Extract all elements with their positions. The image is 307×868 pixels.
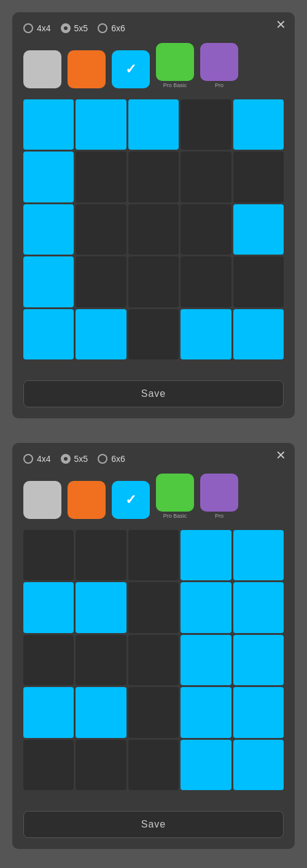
- grid2-cell-2-4[interactable]: [233, 635, 284, 685]
- grid1-cell-1-0[interactable]: [23, 152, 74, 202]
- grid2-cell-1-4[interactable]: [233, 582, 284, 632]
- pattern-grid-1[interactable]: [23, 99, 284, 359]
- grid1-cell-0-2[interactable]: [128, 99, 179, 150]
- size-selector-1: 4x4 5x5 6x6: [23, 23, 284, 33]
- pro-label-1: Pro: [215, 82, 223, 88]
- radio-4x4-1: [23, 23, 33, 33]
- grid1-cell-4-2[interactable]: [128, 309, 179, 359]
- swatch-purple-1: Pro: [200, 43, 238, 88]
- swatch-green-2: Pro Basic: [156, 474, 194, 519]
- grid1-cell-3-4[interactable]: [233, 256, 284, 307]
- save-button-2[interactable]: Save: [23, 811, 284, 838]
- close-button-1[interactable]: ✕: [276, 18, 286, 31]
- swatch-gray-1: [23, 50, 61, 88]
- size-label-4x4-1: 4x4: [37, 23, 51, 33]
- grid2-cell-3-2[interactable]: [128, 687, 179, 737]
- swatch-color-purple-1[interactable]: [200, 43, 238, 81]
- grid1-cell-0-1[interactable]: [76, 99, 126, 150]
- grid1-cell-0-0[interactable]: [23, 99, 74, 150]
- grid2-cell-3-4[interactable]: [233, 687, 284, 737]
- radio-5x5-1: [61, 23, 71, 33]
- swatch-color-cyan-1[interactable]: ✓: [112, 50, 150, 88]
- grid2-cell-3-0[interactable]: [23, 687, 74, 737]
- grid1-cell-3-1[interactable]: [76, 256, 126, 307]
- swatch-color-cyan-2[interactable]: ✓: [112, 481, 150, 519]
- pro-label-2: Pro: [215, 513, 223, 519]
- grid1-cell-4-3[interactable]: [181, 309, 231, 359]
- size-6x6-2[interactable]: 6x6: [98, 454, 125, 464]
- grid2-cell-2-2[interactable]: [128, 635, 179, 685]
- grid2-cell-1-2[interactable]: [128, 582, 179, 632]
- grid2-cell-4-1[interactable]: [76, 740, 126, 790]
- size-label-4x4-2: 4x4: [37, 454, 51, 464]
- radio-4x4-2: [23, 454, 33, 464]
- grid1-cell-4-1[interactable]: [76, 309, 126, 359]
- grid1-cell-2-4[interactable]: [233, 204, 284, 255]
- swatch-purple-2: Pro: [200, 474, 238, 519]
- grid2-cell-0-3[interactable]: [181, 530, 231, 580]
- grid1-cell-3-2[interactable]: [128, 256, 179, 307]
- size-selector-2: 4x4 5x5 6x6: [23, 454, 284, 464]
- grid1-cell-0-4[interactable]: [233, 99, 284, 150]
- size-5x5-2[interactable]: 5x5: [61, 454, 88, 464]
- grid1-cell-2-2[interactable]: [128, 204, 179, 255]
- grid1-cell-2-3[interactable]: [181, 204, 231, 255]
- grid1-cell-4-4[interactable]: [233, 309, 284, 359]
- grid2-cell-3-3[interactable]: [181, 687, 231, 737]
- save-button-1[interactable]: Save: [23, 380, 284, 407]
- grid2-cell-0-0[interactable]: [23, 530, 74, 580]
- grid2-cell-4-2[interactable]: [128, 740, 179, 790]
- panel-2: ✕ 4x4 5x5 6x6 ✓ Pro Basic: [12, 443, 295, 849]
- grid1-cell-4-0[interactable]: [23, 309, 74, 359]
- swatch-color-purple-2[interactable]: [200, 474, 238, 512]
- swatch-cyan-1: ✓: [112, 50, 150, 88]
- swatch-color-orange-1[interactable]: [68, 50, 106, 88]
- grid1-cell-2-1[interactable]: [76, 204, 126, 255]
- grid2-cell-2-1[interactable]: [76, 635, 126, 685]
- size-4x4-2[interactable]: 4x4: [23, 454, 51, 464]
- close-button-2[interactable]: ✕: [276, 449, 286, 461]
- grid2-cell-4-4[interactable]: [233, 740, 284, 790]
- grid2-cell-4-3[interactable]: [181, 740, 231, 790]
- size-5x5-1[interactable]: 5x5: [61, 23, 88, 33]
- swatch-color-gray-1[interactable]: [23, 50, 61, 88]
- pro-basic-label-1: Pro Basic: [163, 82, 187, 88]
- grid1-cell-1-4[interactable]: [233, 152, 284, 202]
- radio-6x6-1: [98, 23, 107, 33]
- size-label-5x5-2: 5x5: [74, 454, 88, 464]
- grid2-cell-4-0[interactable]: [23, 740, 74, 790]
- swatch-color-orange-2[interactable]: [68, 481, 106, 519]
- grid2-cell-0-1[interactable]: [76, 530, 126, 580]
- grid2-cell-1-0[interactable]: [23, 582, 74, 632]
- grid2-cell-3-1[interactable]: [76, 687, 126, 737]
- panel-1: ✕ 4x4 5x5 6x6 ✓ Pro Basic: [12, 12, 295, 418]
- grid2-cell-1-1[interactable]: [76, 582, 126, 632]
- swatch-cyan-2: ✓: [112, 481, 150, 519]
- grid1-cell-3-0[interactable]: [23, 256, 74, 307]
- grid1-cell-2-0[interactable]: [23, 204, 74, 255]
- grid2-cell-2-0[interactable]: [23, 635, 74, 685]
- grid2-cell-2-3[interactable]: [181, 635, 231, 685]
- size-label-6x6-2: 6x6: [111, 454, 125, 464]
- swatch-color-green-1[interactable]: [156, 43, 194, 81]
- grid1-cell-0-3[interactable]: [181, 99, 231, 150]
- swatch-color-green-2[interactable]: [156, 474, 194, 512]
- grid2-cell-0-2[interactable]: [128, 530, 179, 580]
- swatch-orange-1: [68, 50, 106, 88]
- pro-basic-label-2: Pro Basic: [163, 513, 187, 519]
- grid1-cell-1-1[interactable]: [76, 152, 126, 202]
- size-4x4-1[interactable]: 4x4: [23, 23, 51, 33]
- radio-5x5-2: [61, 454, 71, 464]
- size-label-6x6-1: 6x6: [111, 23, 125, 33]
- grid2-cell-1-3[interactable]: [181, 582, 231, 632]
- grid1-cell-3-3[interactable]: [181, 256, 231, 307]
- swatch-gray-2: [23, 481, 61, 519]
- grid2-cell-0-4[interactable]: [233, 530, 284, 580]
- pattern-grid-2[interactable]: [23, 530, 284, 790]
- grid1-cell-1-2[interactable]: [128, 152, 179, 202]
- swatch-color-gray-2[interactable]: [23, 481, 61, 519]
- grid1-cell-1-3[interactable]: [181, 152, 231, 202]
- size-6x6-1[interactable]: 6x6: [98, 23, 125, 33]
- radio-6x6-2: [98, 454, 107, 464]
- color-swatches-2: ✓ Pro Basic Pro: [23, 474, 284, 519]
